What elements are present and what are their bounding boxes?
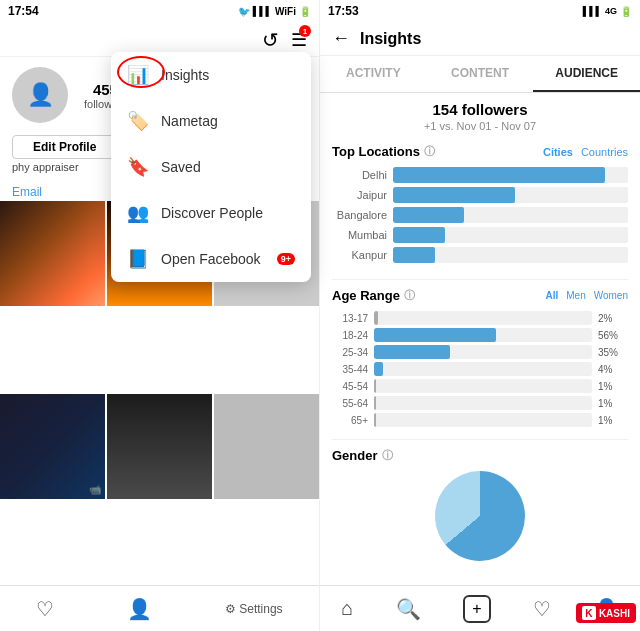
discover-label: Discover People (161, 205, 263, 221)
jaipur-label: Jaipur (332, 189, 387, 201)
saved-icon: 🔖 (127, 156, 149, 178)
dropdown-facebook[interactable]: 📘 Open Facebook 9+ (111, 236, 311, 282)
facebook-label: Open Facebook (161, 251, 261, 267)
dropdown-insights[interactable]: 📊 Insights (111, 52, 311, 98)
dropdown-nametag[interactable]: 🏷️ Nametag (111, 98, 311, 144)
age-65plus-label: 65+ (332, 415, 368, 426)
saved-label: Saved (161, 159, 201, 175)
bar-delhi: Delhi (332, 167, 628, 183)
bar-jaipur: Jaipur (332, 187, 628, 203)
tabs-row: ACTIVITY CONTENT AUDIENCE (320, 56, 640, 93)
gender-pie-chart (435, 471, 525, 561)
edit-profile-button[interactable]: Edit Profile (12, 135, 117, 159)
photo-6[interactable] (214, 394, 319, 499)
photo-4[interactable]: 📹 (0, 394, 105, 499)
age-65plus-track (374, 413, 592, 427)
dropdown-discover[interactable]: 👥 Discover People (111, 190, 311, 236)
right-header-title: Insights (360, 30, 421, 48)
r-nav-add[interactable]: + (463, 595, 491, 623)
age-row-4554: 45-54 1% (332, 379, 628, 393)
avatar-row: 👤 455 following (12, 67, 127, 123)
header-icons: ↺ ☰ 1 (262, 28, 307, 52)
cities-link[interactable]: Cities (543, 146, 573, 158)
signal-icon: ▌▌▌ (253, 6, 272, 16)
tab-content[interactable]: CONTENT (427, 56, 534, 92)
kanpur-fill (393, 247, 435, 263)
age-row-2534: 25-34 35% (332, 345, 628, 359)
settings-item[interactable]: ⚙ Settings (225, 602, 283, 616)
countries-link[interactable]: Countries (581, 146, 628, 158)
age-4554-fill (374, 379, 376, 393)
left-time: 17:54 (8, 4, 39, 18)
age-row-65plus: 65+ 1% (332, 413, 628, 427)
right-time: 17:53 (328, 4, 359, 18)
locations-info-icon[interactable]: ⓘ (424, 144, 435, 159)
delhi-fill (393, 167, 605, 183)
gender-title: Gender ⓘ (332, 448, 393, 463)
bar-bangalore: Bangalore (332, 207, 628, 223)
age-2534-pct: 35% (598, 347, 628, 358)
dropdown-menu: 📊 Insights 🏷️ Nametag 🔖 Saved 👥 Discover… (111, 52, 311, 282)
top-locations-title: Top Locations ⓘ (332, 144, 435, 159)
r-nav-heart[interactable]: ♡ (533, 597, 551, 621)
left-status-bar: 17:54 🐦 ▌▌▌ WiFi 🔋 (0, 0, 319, 22)
age-1824-fill (374, 328, 496, 342)
right-status-bar: 17:53 ▌▌▌ 4G 🔋 (320, 0, 640, 22)
r-nav-home[interactable]: ⌂ (341, 597, 353, 620)
menu-icon[interactable]: ☰ 1 (291, 29, 307, 51)
r-nav-search[interactable]: 🔍 (396, 597, 421, 621)
gender-info-icon[interactable]: ⓘ (382, 448, 393, 463)
age-row-1824: 18-24 56% (332, 328, 628, 342)
r-signal-icon: ▌▌▌ (583, 6, 602, 16)
insights-content: 154 followers +1 vs. Nov 01 - Nov 07 Top… (320, 93, 640, 585)
age-5564-track (374, 396, 592, 410)
nav-profile[interactable]: 👤 (127, 597, 152, 621)
followers-heading: 154 followers (332, 101, 628, 118)
r-4g-icon: 4G (605, 6, 617, 16)
age-row-3544: 35-44 4% (332, 362, 628, 376)
settings-label: Settings (239, 602, 282, 616)
history-icon[interactable]: ↺ (262, 28, 279, 52)
right-header: ← Insights (320, 22, 640, 56)
mumbai-track (393, 227, 628, 243)
settings-icon: ⚙ (225, 602, 236, 616)
age-4554-track (374, 379, 592, 393)
bangalore-track (393, 207, 628, 223)
tab-audience[interactable]: AUDIENCE (533, 56, 640, 92)
age-5564-fill (374, 396, 376, 410)
mumbai-label: Mumbai (332, 229, 387, 241)
gender-header: Gender ⓘ (332, 448, 628, 463)
age-row-5564: 55-64 1% (332, 396, 628, 410)
age-all-link[interactable]: All (545, 290, 558, 301)
back-button[interactable]: ← (332, 28, 350, 49)
age-1824-track (374, 328, 592, 342)
photo-5[interactable] (107, 394, 212, 499)
age-65plus-fill (374, 413, 376, 427)
age-65plus-pct: 1% (598, 415, 628, 426)
avatar: 👤 (12, 67, 68, 123)
insights-icon: 📊 (127, 64, 149, 86)
tab-activity[interactable]: ACTIVITY (320, 56, 427, 92)
photo-1[interactable] (0, 201, 105, 306)
divider-2 (332, 439, 628, 440)
right-bottom-nav: ⌂ 🔍 + ♡ 👤 K KASHI (320, 585, 640, 631)
facebook-badge: 9+ (277, 253, 295, 265)
discover-icon: 👥 (127, 202, 149, 224)
delhi-label: Delhi (332, 169, 387, 181)
nav-heart[interactable]: ♡ (36, 597, 54, 621)
age-3544-fill (374, 362, 383, 376)
notification-badge: 1 (299, 25, 311, 37)
nametag-icon: 🏷️ (127, 110, 149, 132)
kashi-badge: K KASHI (576, 603, 636, 623)
age-men-link[interactable]: Men (566, 290, 585, 301)
dropdown-saved[interactable]: 🔖 Saved (111, 144, 311, 190)
age-1317-label: 13-17 (332, 313, 368, 324)
bar-kanpur: Kanpur (332, 247, 628, 263)
mumbai-fill (393, 227, 445, 243)
kashi-k: K (582, 606, 596, 620)
kanpur-label: Kanpur (332, 249, 387, 261)
age-links: All Men Women (545, 290, 628, 301)
age-info-icon[interactable]: ⓘ (404, 288, 415, 303)
age-women-link[interactable]: Women (594, 290, 628, 301)
r-battery-icon: 🔋 (620, 6, 632, 17)
